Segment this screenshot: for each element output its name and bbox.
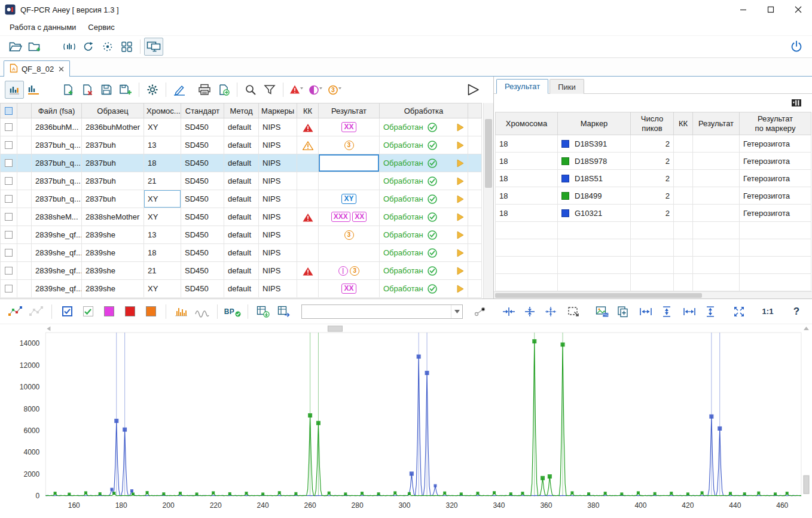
center-xy-icon[interactable] bbox=[541, 303, 560, 321]
cell-marker-result[interactable]: Гетерозигота bbox=[740, 135, 811, 153]
export-image-icon[interactable]: PNG bbox=[593, 303, 612, 321]
cell-chromosome[interactable]: 18 bbox=[496, 205, 558, 222]
cell-method[interactable]: default bbox=[224, 118, 259, 136]
cell-standard[interactable]: SD450 bbox=[181, 136, 224, 154]
cell-sample[interactable]: 2839she bbox=[82, 244, 144, 262]
cell-chromosome[interactable]: 18 bbox=[144, 154, 181, 172]
results-column-header[interactable]: КК bbox=[674, 112, 693, 135]
cell-method[interactable]: default bbox=[224, 262, 259, 280]
chart-right-scrollbar[interactable] bbox=[804, 327, 809, 493]
cell-peak-count[interactable]: 2 bbox=[631, 187, 674, 205]
column-header[interactable]: Файл (fsa) bbox=[32, 103, 82, 118]
menu-service[interactable]: Сервис bbox=[82, 20, 121, 34]
row-checkbox[interactable] bbox=[1, 154, 17, 172]
series-curve-icon[interactable] bbox=[6, 303, 25, 321]
results-column-header[interactable]: Число пиков bbox=[631, 112, 674, 135]
help-button[interactable]: ? bbox=[787, 303, 806, 321]
cell-file[interactable]: 2839she_qf... bbox=[32, 244, 82, 262]
cell-result[interactable] bbox=[693, 205, 740, 222]
peak-marker[interactable] bbox=[408, 492, 411, 495]
cell-kk[interactable] bbox=[297, 190, 319, 208]
peak-marker[interactable] bbox=[196, 492, 199, 495]
cell-result[interactable] bbox=[693, 187, 740, 205]
peak-marker[interactable] bbox=[434, 484, 436, 487]
column-header[interactable]: КК bbox=[297, 103, 319, 118]
peak-marker[interactable] bbox=[112, 492, 115, 495]
cell-file[interactable]: 2839she_qf... bbox=[32, 262, 82, 280]
channel-magenta-swatch[interactable] bbox=[99, 303, 118, 321]
fit-height-icon[interactable] bbox=[657, 303, 676, 321]
channel-green-checkbox[interactable] bbox=[78, 303, 97, 321]
peak-marker[interactable] bbox=[417, 355, 421, 359]
peak-marker[interactable] bbox=[570, 491, 573, 494]
search-icon[interactable] bbox=[241, 81, 260, 99]
cell-processing[interactable]: Обработан bbox=[380, 226, 468, 244]
cell-marker-result[interactable]: Гетерозигота bbox=[740, 170, 811, 187]
cell-result[interactable] bbox=[319, 172, 380, 190]
play-icon[interactable] bbox=[457, 249, 464, 257]
save-icon[interactable] bbox=[97, 81, 116, 99]
sample-row[interactable]: 2839she_qf...2839sheXYSD450defaultNIPSXX… bbox=[1, 280, 482, 298]
cell-method[interactable]: default bbox=[224, 244, 259, 262]
toggle-columns-icon[interactable] bbox=[787, 94, 806, 112]
filter-three-icon[interactable]: 3 bbox=[325, 81, 344, 99]
peak-marker[interactable] bbox=[729, 492, 732, 495]
cell-standard[interactable]: SD450 bbox=[181, 154, 224, 172]
peak-marker[interactable] bbox=[393, 491, 396, 494]
peak-marker[interactable] bbox=[686, 492, 689, 495]
result-row[interactable]: 18D18S512Гетерозигота bbox=[496, 170, 811, 187]
peak-marker[interactable] bbox=[123, 428, 127, 432]
peak-marker[interactable] bbox=[212, 491, 215, 494]
copy-chart-icon[interactable] bbox=[613, 303, 633, 321]
cell-chromosome[interactable]: 18 bbox=[496, 153, 558, 170]
cell-sample[interactable]: 2839she bbox=[82, 262, 144, 280]
column-header[interactable]: Обработка bbox=[380, 103, 468, 118]
cell-peak-count[interactable]: 2 bbox=[631, 135, 674, 153]
cell-chromosome[interactable]: XY bbox=[144, 208, 181, 226]
cell-result[interactable]: XY bbox=[319, 190, 380, 208]
scrollbar-handle[interactable] bbox=[485, 119, 492, 188]
modules-grid-icon[interactable] bbox=[117, 38, 136, 56]
menu-data-work[interactable]: Работа с данными bbox=[4, 20, 82, 34]
center-y-icon[interactable] bbox=[520, 303, 539, 321]
cell-chromosome[interactable]: 13 bbox=[144, 226, 181, 244]
scan-options-icon[interactable] bbox=[98, 38, 117, 56]
peak-marker[interactable] bbox=[130, 489, 133, 492]
sample-row[interactable]: 2839she_qf...2839she13SD450defaultNIPS3О… bbox=[1, 226, 482, 244]
play-icon[interactable] bbox=[457, 159, 464, 167]
row-checkbox[interactable] bbox=[1, 172, 17, 190]
stretch-height-icon[interactable] bbox=[701, 303, 720, 321]
peak-marker[interactable] bbox=[532, 339, 536, 343]
cell-markers[interactable]: NIPS bbox=[259, 118, 297, 136]
peak-marker[interactable] bbox=[294, 492, 297, 495]
layout-rows-icon[interactable] bbox=[5, 81, 24, 99]
cell-processing[interactable]: Обработан bbox=[380, 208, 468, 226]
row-checkbox[interactable] bbox=[1, 190, 17, 208]
cell-chromosome[interactable]: XY bbox=[144, 118, 181, 136]
save-as-icon[interactable] bbox=[116, 81, 135, 99]
cell-standard[interactable]: SD450 bbox=[181, 208, 224, 226]
peak-marker[interactable] bbox=[84, 491, 87, 494]
peak-marker[interactable] bbox=[162, 492, 165, 495]
results-horizontal-scrollbar[interactable] bbox=[494, 291, 812, 298]
play-icon[interactable] bbox=[457, 141, 464, 150]
cell-processing[interactable]: Обработан bbox=[380, 244, 468, 262]
cell-file[interactable]: 2837buh_q... bbox=[32, 154, 82, 172]
series-curve-disabled-icon[interactable] bbox=[27, 303, 46, 321]
peak-marker[interactable] bbox=[743, 492, 746, 495]
cell-result[interactable]: | 3 bbox=[319, 262, 380, 280]
cell-processing[interactable]: Обработан bbox=[380, 262, 468, 280]
tab-peaks[interactable]: Пики bbox=[550, 79, 584, 94]
cell-method[interactable]: default bbox=[224, 136, 259, 154]
cell-chromosome[interactable]: 18 bbox=[496, 187, 558, 205]
cell-markers[interactable]: NIPS bbox=[259, 244, 297, 262]
cell-standard[interactable]: SD450 bbox=[181, 244, 224, 262]
cell-kk[interactable] bbox=[297, 118, 319, 136]
aneuploidy-chart[interactable]: 0200040006000800010000120001400016018020… bbox=[0, 324, 812, 518]
settings-gear-icon[interactable] bbox=[143, 81, 162, 99]
path-points-icon[interactable] bbox=[471, 303, 490, 321]
cell-chromosome[interactable]: 18 bbox=[144, 244, 181, 262]
peak-marker[interactable] bbox=[146, 491, 149, 494]
layout-columns-icon[interactable] bbox=[24, 81, 43, 99]
cell-processing[interactable]: Обработан bbox=[380, 136, 468, 154]
